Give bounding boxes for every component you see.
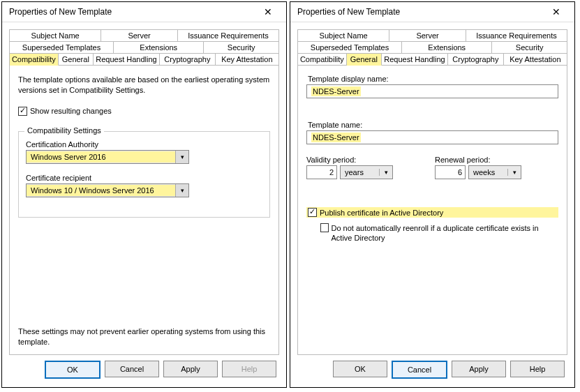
tab-security[interactable]: Security bbox=[204, 41, 279, 54]
window-title: Properties of New Template bbox=[297, 7, 542, 17]
tab-extensions[interactable]: Extensions bbox=[114, 41, 204, 54]
tab-superseded-templates[interactable]: Superseded Templates bbox=[298, 41, 402, 54]
dialog-buttons: OK Cancel Apply Help bbox=[297, 355, 567, 380]
tab-strip: Subject Name Server Issuance Requirement… bbox=[9, 29, 279, 66]
cert-authority-dropdown[interactable]: Windows Server 2016 ▾ bbox=[26, 150, 189, 164]
tab-general[interactable]: General bbox=[59, 53, 94, 66]
publish-ad-checkbox[interactable] bbox=[308, 208, 317, 217]
template-display-name-input[interactable]: NDES-Server bbox=[306, 84, 558, 98]
cancel-button[interactable]: Cancel bbox=[392, 361, 447, 379]
template-display-name-label: Template display name: bbox=[308, 75, 558, 83]
period-row: Validity period: 2 years ▾ Renewal perio… bbox=[306, 156, 558, 179]
compat-footnote: These settings may not prevent earlier o… bbox=[18, 319, 270, 347]
close-icon[interactable]: ✕ bbox=[254, 3, 282, 21]
tab-cryptography[interactable]: Cryptography bbox=[160, 53, 216, 66]
tab-compatibility[interactable]: Compatibility bbox=[10, 53, 59, 66]
renewal-period-unit: weeks bbox=[469, 168, 507, 176]
cert-recipient-dropdown[interactable]: Windows 10 / Windows Server 2016 ▾ bbox=[26, 183, 189, 197]
tab-server[interactable]: Server bbox=[389, 29, 466, 42]
cert-recipient-label: Certificate recipient bbox=[26, 174, 262, 182]
tab-key-attestation[interactable]: Key Attestation bbox=[216, 53, 279, 66]
tab-request-handling[interactable]: Request Handling bbox=[382, 53, 448, 66]
validity-period-label: Validity period: bbox=[306, 156, 393, 164]
ok-button[interactable]: OK bbox=[333, 361, 387, 377]
tab-compatibility[interactable]: Compatibility bbox=[298, 53, 347, 66]
renewal-period-label: Renewal period: bbox=[435, 156, 521, 164]
tab-request-handling[interactable]: Request Handling bbox=[94, 53, 160, 66]
validity-period-unit: years bbox=[341, 168, 379, 176]
tab-key-attestation[interactable]: Key Attestation bbox=[504, 53, 567, 66]
compat-description: The template options available are based… bbox=[18, 75, 270, 96]
renewal-period-unit-dropdown[interactable]: weeks ▾ bbox=[468, 165, 521, 179]
chevron-down-icon[interactable]: ▾ bbox=[175, 184, 188, 197]
validity-period-value[interactable]: 2 bbox=[306, 165, 337, 179]
tab-subject-name[interactable]: Subject Name bbox=[298, 29, 389, 42]
show-resulting-changes-label: Show resulting changes bbox=[30, 107, 112, 115]
template-name-label: Template name: bbox=[308, 121, 558, 129]
tab-issuance-requirements[interactable]: Issuance Requirements bbox=[466, 29, 567, 42]
compatibility-settings-legend: Compatibility Settings bbox=[24, 126, 104, 135]
tab-cryptography[interactable]: Cryptography bbox=[448, 53, 504, 66]
show-resulting-changes-row[interactable]: Show resulting changes bbox=[18, 107, 270, 116]
tab-subject-name[interactable]: Subject Name bbox=[10, 29, 101, 42]
chevron-down-icon[interactable]: ▾ bbox=[379, 169, 392, 176]
window-title: Properties of New Template bbox=[9, 7, 254, 17]
tab-general[interactable]: General bbox=[347, 53, 382, 66]
tab-strip: Subject Name Server Issuance Requirement… bbox=[297, 29, 567, 66]
no-reenroll-label: Do not automatically reenroll if a dupli… bbox=[332, 223, 559, 243]
dialog-general: Properties of New Template ✕ Subject Nam… bbox=[290, 1, 575, 388]
validity-period-unit-dropdown[interactable]: years ▾ bbox=[340, 165, 393, 179]
template-name-value: NDES-Server bbox=[311, 133, 361, 142]
cert-authority-value: Windows Server 2016 bbox=[27, 151, 175, 163]
ok-button[interactable]: OK bbox=[45, 361, 101, 379]
publish-ad-label: Publish certificate in Active Directory bbox=[320, 209, 443, 217]
titlebar: Properties of New Template ✕ bbox=[2, 2, 286, 22]
help-button[interactable]: Help bbox=[510, 361, 565, 377]
tab-panel-compatibility: The template options available are based… bbox=[9, 65, 279, 355]
cert-authority-label: Certification Authority bbox=[26, 140, 262, 149]
titlebar: Properties of New Template ✕ bbox=[290, 2, 574, 22]
compatibility-settings-group: Compatibility Settings Certification Aut… bbox=[18, 131, 270, 218]
tab-panel-general: Template display name: NDES-Server Templ… bbox=[297, 65, 567, 355]
chevron-down-icon[interactable]: ▾ bbox=[175, 151, 188, 163]
no-reenroll-row[interactable]: Do not automatically reenroll if a dupli… bbox=[320, 223, 558, 243]
tab-superseded-templates[interactable]: Superseded Templates bbox=[10, 41, 114, 54]
tab-server[interactable]: Server bbox=[101, 29, 178, 42]
tab-security[interactable]: Security bbox=[492, 41, 567, 54]
renewal-period-value[interactable]: 6 bbox=[435, 165, 466, 179]
show-resulting-changes-checkbox[interactable] bbox=[18, 107, 27, 116]
chevron-down-icon[interactable]: ▾ bbox=[507, 169, 521, 176]
help-button: Help bbox=[222, 361, 276, 377]
dialog-compatibility: Properties of New Template ✕ Subject Nam… bbox=[1, 1, 287, 388]
apply-button[interactable]: Apply bbox=[452, 361, 506, 377]
template-display-name-value: NDES-Server bbox=[311, 86, 361, 96]
apply-button[interactable]: Apply bbox=[163, 361, 218, 377]
tab-issuance-requirements[interactable]: Issuance Requirements bbox=[178, 29, 279, 42]
template-name-input[interactable]: NDES-Server bbox=[306, 130, 558, 144]
dialog-buttons: OK Cancel Apply Help bbox=[9, 355, 279, 380]
cert-recipient-value: Windows 10 / Windows Server 2016 bbox=[27, 185, 175, 196]
no-reenroll-checkbox[interactable] bbox=[320, 223, 329, 232]
publish-ad-row[interactable]: Publish certificate in Active Directory bbox=[306, 207, 558, 218]
tab-extensions[interactable]: Extensions bbox=[402, 41, 492, 54]
cancel-button[interactable]: Cancel bbox=[105, 361, 159, 377]
close-icon[interactable]: ✕ bbox=[542, 3, 570, 21]
